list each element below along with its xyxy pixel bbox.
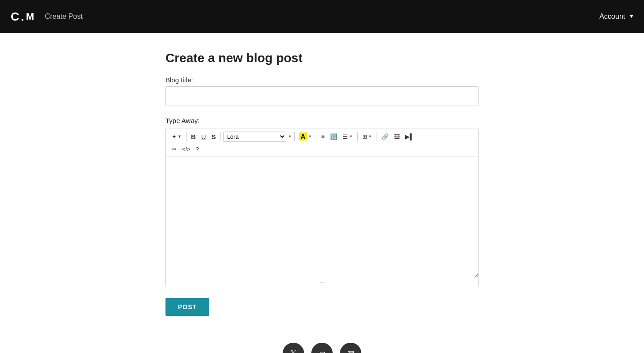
- type-away-label: Type Away:: [165, 117, 479, 124]
- align-icon: ☰: [343, 133, 348, 140]
- ordered-list-button[interactable]: 🔢: [328, 132, 339, 141]
- font-family-select[interactable]: Lora Arial Georgia Times New Roman: [223, 132, 286, 142]
- underline-icon: U: [201, 133, 206, 140]
- resize-icon: ⋯: [320, 280, 324, 285]
- table-dropdown-icon: ▼: [368, 134, 372, 139]
- embed-button[interactable]: ▶▌: [403, 132, 416, 141]
- help-button[interactable]: ?: [194, 145, 201, 154]
- editor-body[interactable]: [166, 157, 478, 278]
- code-icon: </>: [182, 146, 191, 153]
- toolbar-row-2: ✂ </> ?: [169, 145, 475, 154]
- separator: [186, 132, 186, 141]
- code-button[interactable]: </>: [180, 145, 193, 154]
- editor-toolbar: ✦ ▼ B U S Lora Arial Georgia T: [166, 128, 478, 157]
- magic-dropdown-icon: ▼: [178, 134, 182, 139]
- align-dropdown-icon: ▼: [349, 134, 353, 139]
- strikethrough-icon: S: [212, 133, 216, 140]
- chevron-down-icon: [630, 15, 633, 18]
- image-icon: 🖼: [394, 133, 400, 140]
- bullet-list-button[interactable]: ≡: [319, 132, 327, 141]
- page-heading: Create a new blog post: [165, 51, 479, 65]
- navbar-left: C . M Create Post: [11, 10, 83, 24]
- main-content: Create a new blog post Blog title: Type …: [157, 33, 487, 353]
- link-button[interactable]: 🔗: [379, 132, 391, 141]
- highlight-dropdown-icon: ▼: [308, 134, 312, 139]
- instagram-icon-button[interactable]: ◻: [311, 343, 333, 353]
- account-label: Account: [599, 13, 625, 21]
- help-icon: ?: [196, 146, 199, 153]
- image-button[interactable]: 🖼: [392, 132, 402, 141]
- align-button[interactable]: ☰ ▼: [340, 132, 355, 141]
- logo-dot: .: [21, 10, 24, 24]
- blog-title-input[interactable]: [165, 86, 479, 106]
- rich-text-editor: ✦ ▼ B U S Lora Arial Georgia T: [165, 128, 479, 287]
- account-menu[interactable]: Account: [599, 13, 633, 21]
- strikethrough-button[interactable]: S: [209, 132, 218, 142]
- scissors-icon: ✂: [172, 146, 177, 153]
- navbar: C . M Create Post Account: [0, 0, 644, 33]
- footer-social: 𝕏 ◻ ✉: [165, 343, 479, 353]
- post-button[interactable]: POST: [165, 298, 209, 316]
- navbar-logo: C . M: [11, 10, 34, 24]
- separator-3: [294, 132, 295, 141]
- bold-button[interactable]: B: [189, 132, 198, 142]
- editor-resize-handle[interactable]: ⋯: [166, 278, 478, 287]
- embed-icon: ▶▌: [405, 133, 414, 140]
- twitter-icon-button[interactable]: 𝕏: [283, 343, 304, 353]
- scissors-button[interactable]: ✂: [169, 145, 179, 154]
- email-icon-button[interactable]: ✉: [340, 343, 361, 353]
- highlight-button[interactable]: A ▼: [297, 131, 314, 142]
- separator-2: [220, 132, 221, 141]
- twitter-icon: 𝕏: [290, 349, 297, 353]
- magic-toolbar-button[interactable]: ✦ ▼: [169, 132, 184, 141]
- logo-c: C: [11, 10, 19, 24]
- email-icon: ✉: [347, 349, 354, 353]
- magic-icon: ✦: [172, 133, 177, 140]
- navbar-page-title: Create Post: [45, 13, 82, 21]
- table-icon: ⊞: [362, 133, 367, 140]
- blog-title-label: Blog title:: [165, 76, 479, 84]
- font-size-dropdown-icon: ▼: [288, 134, 292, 139]
- toolbar-row-1: ✦ ▼ B U S Lora Arial Georgia T: [169, 131, 475, 142]
- instagram-icon: ◻: [319, 349, 325, 353]
- ordered-list-icon: 🔢: [330, 133, 337, 140]
- bold-icon: B: [191, 133, 196, 140]
- highlight-icon: A: [299, 132, 307, 140]
- bullet-list-icon: ≡: [322, 133, 325, 140]
- table-button[interactable]: ⊞ ▼: [360, 132, 374, 141]
- logo-m: M: [26, 11, 34, 22]
- link-icon: 🔗: [381, 133, 389, 140]
- separator-5: [357, 132, 358, 141]
- separator-4: [317, 132, 317, 141]
- separator-6: [377, 132, 377, 141]
- underline-button[interactable]: U: [199, 132, 208, 142]
